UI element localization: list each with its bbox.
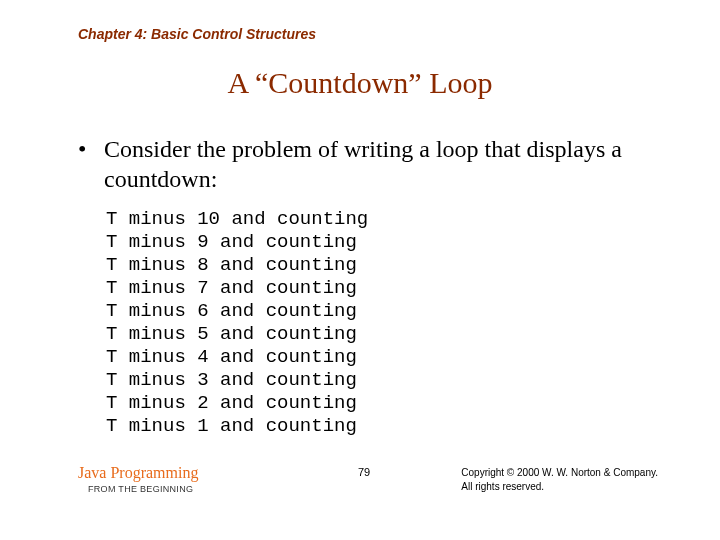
copyright: Copyright © 2000 W. W. Norton & Company.…	[461, 466, 658, 494]
brand-title: Java Programming	[78, 464, 198, 482]
copyright-line2: All rights reserved.	[461, 481, 544, 492]
bullet-marker: •	[78, 134, 100, 164]
slide-title: A “Countdown” Loop	[0, 66, 720, 100]
chapter-heading: Chapter 4: Basic Control Structures	[78, 26, 316, 42]
bullet-text: Consider the problem of writing a loop t…	[104, 134, 644, 194]
footer: Java Programming FROM THE BEGINNING 79 C…	[78, 464, 658, 504]
copyright-line1: Copyright © 2000 W. W. Norton & Company.	[461, 467, 658, 478]
page-number: 79	[358, 466, 370, 478]
code-block: T minus 10 and counting T minus 9 and co…	[106, 208, 368, 438]
brand-subtitle: FROM THE BEGINNING	[88, 484, 193, 494]
bullet-item: • Consider the problem of writing a loop…	[78, 134, 658, 194]
